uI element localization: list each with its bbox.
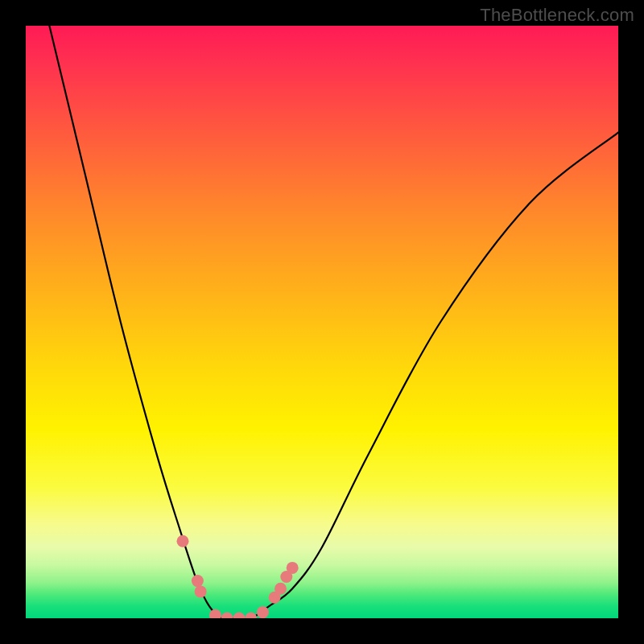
bottleneck-curve-path [49,26,618,618]
bottleneck-curve [49,26,618,618]
curve-marker [177,535,189,547]
curve-marker [233,613,246,619]
curve-marker [192,575,204,587]
curve-marker [257,606,269,618]
plot-area [26,26,618,618]
curve-layer [26,26,618,618]
attribution-watermark: TheBottleneck.com [480,5,634,26]
curve-marker [221,613,233,619]
curve-marker [275,583,287,595]
curve-marker [287,562,299,574]
curve-marker [245,613,257,619]
curve-markers [177,535,299,618]
curve-marker [195,585,207,597]
curve-marker [209,609,221,618]
chart-frame: TheBottleneck.com [0,0,644,644]
